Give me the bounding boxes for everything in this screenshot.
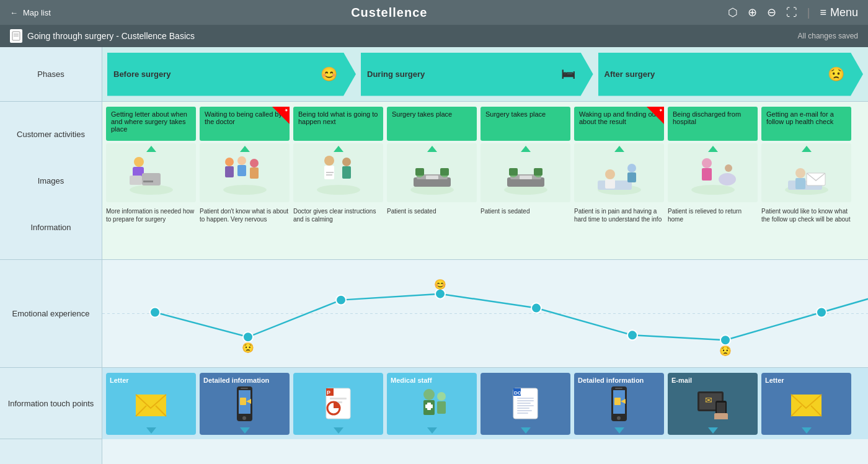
svg-rect-38 bbox=[520, 176, 532, 179]
svg-point-58 bbox=[150, 308, 160, 318]
activity-title-text-4: Surgery takes place bbox=[392, 110, 452, 118]
svg-rect-99 bbox=[517, 413, 528, 414]
activity-card-4[interactable]: Surgery takes place Patient is sedated bbox=[387, 107, 477, 218]
emotional-row: 😊 😟 😟 bbox=[102, 260, 868, 368]
touchpoint-1[interactable]: Letter bbox=[106, 373, 196, 435]
up-arrow-3 bbox=[334, 146, 343, 152]
svg-point-12 bbox=[237, 156, 246, 165]
zoom-in-icon[interactable]: ⊕ bbox=[748, 6, 757, 19]
svg-text:DOC: DOC bbox=[514, 390, 525, 396]
svg-rect-22 bbox=[326, 174, 332, 176]
activity-image-2 bbox=[200, 143, 290, 202]
svg-rect-93 bbox=[517, 398, 534, 399]
medical-staff-icon bbox=[414, 385, 451, 422]
svg-point-19 bbox=[342, 158, 351, 166]
phase-during[interactable]: During surgery 🛏 bbox=[361, 53, 593, 96]
toolbar: ⬡ ⊕ ⊖ ⛶ | ≡ Menu bbox=[728, 6, 858, 19]
phase-during-icon: 🛏 bbox=[561, 66, 575, 83]
svg-text:P: P bbox=[327, 390, 330, 396]
activity-card-3[interactable]: Being told what is going to happen next … bbox=[293, 107, 383, 226]
touchpoint-2[interactable]: Detailed information bbox=[200, 373, 290, 435]
touchpoint-6[interactable]: Detailed information bbox=[574, 373, 664, 435]
phone-icon-6 bbox=[608, 385, 630, 422]
svg-rect-47 bbox=[702, 168, 712, 181]
main-container: Phases Customer activities Images Inform… bbox=[0, 47, 868, 464]
activity-title-6: ★ Waking up and finding out about the re… bbox=[574, 107, 664, 141]
activity-info-7: Patient is relieved to return home bbox=[668, 205, 758, 226]
up-arrow-1 bbox=[146, 146, 156, 152]
activity-title-text-5: Surgery takes place bbox=[485, 110, 546, 118]
up-arrow-5 bbox=[521, 146, 531, 152]
back-button[interactable]: ← Map list bbox=[10, 8, 51, 17]
svg-point-41 bbox=[605, 169, 615, 179]
phase-during-label: During surgery bbox=[367, 69, 425, 79]
svg-rect-76 bbox=[240, 398, 246, 405]
activity-card-6[interactable]: ★ Waking up and finding out about the re… bbox=[574, 107, 664, 226]
share-icon[interactable]: ⬡ bbox=[728, 6, 738, 19]
activity-image-7 bbox=[668, 143, 758, 202]
touchpoint-arrow-4 bbox=[427, 427, 437, 434]
svg-point-61 bbox=[435, 289, 445, 299]
activity-title-4: Surgery takes place bbox=[387, 107, 477, 141]
svg-rect-103 bbox=[614, 398, 621, 405]
touchpoint-arrow-5 bbox=[521, 427, 531, 434]
menu-button[interactable]: ≡ Menu bbox=[820, 6, 858, 19]
touchpoint-3[interactable]: P bbox=[293, 373, 383, 435]
phase-before-icon: 😊 bbox=[321, 66, 337, 83]
content-area: Before surgery 😊 During surgery 🛏 After … bbox=[102, 47, 868, 464]
activity-card-7[interactable]: Being discharged from hospital Patient i… bbox=[668, 107, 758, 226]
svg-point-64 bbox=[720, 335, 730, 345]
touchpoint-8[interactable]: Letter bbox=[761, 373, 851, 435]
svg-point-48 bbox=[725, 164, 732, 172]
touchpoint-4[interactable]: Medical staff bbox=[387, 373, 477, 435]
touchpoint-arrow-7 bbox=[708, 427, 718, 434]
svg-rect-98 bbox=[517, 410, 532, 411]
touchpoint-arrow-6 bbox=[614, 427, 624, 434]
activity-card-5[interactable]: Surgery takes place Patient is sedated bbox=[480, 107, 570, 218]
svg-rect-89 bbox=[425, 404, 433, 408]
svg-point-16 bbox=[317, 185, 360, 195]
activity-title-text-3: Being told what is going to happen next bbox=[298, 110, 378, 125]
svg-rect-13 bbox=[237, 165, 246, 176]
activity-title-3: Being told what is going to happen next bbox=[293, 107, 383, 141]
activity-card-1[interactable]: Getting letter about when and where surg… bbox=[106, 107, 196, 226]
touchpoints-label: Information touch points bbox=[0, 368, 102, 439]
activity-info-2: Patient don't know what is about to happ… bbox=[200, 205, 290, 226]
activity-image-1 bbox=[106, 143, 196, 202]
touchpoint-arrow-3 bbox=[334, 427, 343, 434]
activity-info-8: Patient would like to know what the foll… bbox=[761, 205, 851, 226]
activity-info-1: More information is needed how to prepar… bbox=[106, 205, 196, 226]
svg-point-65 bbox=[817, 308, 826, 318]
svg-rect-94 bbox=[517, 400, 534, 401]
doc-icon-5: DOC bbox=[508, 386, 542, 421]
svg-point-75 bbox=[242, 416, 246, 420]
touchpoint-5[interactable]: DOC bbox=[480, 373, 570, 435]
activity-info-6: Patient is in pain and having a hard tim… bbox=[574, 205, 664, 226]
svg-rect-37 bbox=[534, 168, 542, 176]
touchpoint-7[interactable]: E-mail ✉ bbox=[668, 373, 758, 435]
phase-after-icon: 😟 bbox=[828, 66, 844, 83]
activity-card-2[interactable]: ★ Waiting to being called by the doctor … bbox=[200, 107, 290, 226]
touchpoint-arrow-2 bbox=[240, 427, 250, 434]
svg-point-62 bbox=[531, 303, 541, 313]
fullscreen-icon[interactable]: ⛶ bbox=[786, 6, 797, 19]
touchpoint-label-2: Detailed information bbox=[203, 377, 269, 384]
touchpoint-arrow-1 bbox=[146, 427, 156, 434]
activities-row: Getting letter about when and where surg… bbox=[102, 102, 868, 260]
divider: | bbox=[807, 6, 810, 19]
activity-card-8[interactable]: Getting an e-mail for a follow up health… bbox=[761, 107, 851, 226]
touchpoint-label-1: Letter bbox=[110, 377, 129, 384]
zoom-out-icon[interactable]: ⊖ bbox=[767, 6, 776, 19]
phases-label: Phases bbox=[0, 47, 102, 102]
activity-title-text-6: Waking up and finding out about the resu… bbox=[579, 110, 658, 125]
phase-before[interactable]: Before surgery 😊 bbox=[107, 53, 356, 96]
svg-rect-55 bbox=[795, 178, 805, 189]
phase-after[interactable]: After surgery 😟 bbox=[598, 53, 863, 96]
touchpoint-label-8: Letter bbox=[765, 377, 784, 384]
svg-rect-21 bbox=[326, 172, 334, 173]
svg-point-49 bbox=[719, 173, 736, 185]
activity-image-8 bbox=[761, 143, 851, 202]
phases-row: Before surgery 😊 During surgery 🛏 After … bbox=[102, 47, 868, 102]
doc-info: Going through surgery - Custellence Basi… bbox=[10, 29, 195, 43]
svg-text:✉: ✉ bbox=[705, 395, 712, 405]
